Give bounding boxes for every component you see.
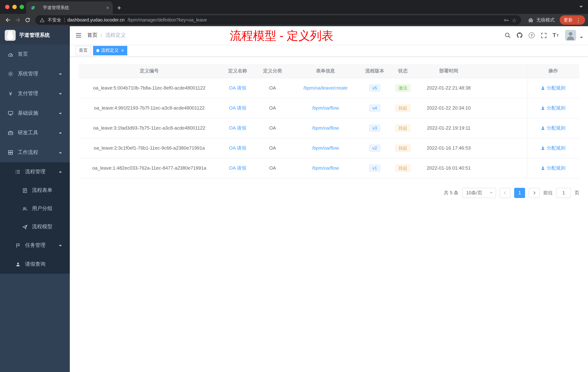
maximize-window-button[interactable] [20,5,24,9]
browser-tab[interactable]: 芋道管理系统 × [26,1,113,14]
next-page-button[interactable] [529,188,540,198]
sidebar-item-user-group[interactable]: 用户分组 [0,199,70,218]
incognito-label: 无痕模式 [536,17,555,23]
question-icon: ? [529,33,535,38]
chevron-down-icon [490,192,493,195]
sidebar-item-dev-tools[interactable]: 研发工具 [0,123,70,143]
assign-rule-link[interactable]: 分配规则 [541,165,566,171]
assign-rule-link[interactable]: 分配规则 [541,145,566,151]
help-icon[interactable]: ? [528,31,536,39]
version-badge: v2 [369,144,380,152]
definition-table: 定义编号 定义名称 定义分类 表单信息 流程版本 状态 部署时间 操作 [79,64,579,178]
sidebar-item-infrastructure[interactable]: 基础设施 [0,103,70,123]
fullscreen-icon[interactable] [540,31,548,39]
tag-active-dot [96,49,99,52]
key-icon[interactable] [504,17,509,23]
forward-icon[interactable] [13,15,22,25]
breadcrumb-home[interactable]: 首页 [87,32,97,39]
col-definition-id: 定义编号 [79,64,220,78]
breadcrumb: 首页 / 流程定义 [87,32,126,39]
back-icon[interactable] [3,15,13,25]
monitor-icon [8,110,13,116]
tag-process-definition[interactable]: 流程定义 × [93,46,127,55]
github-icon[interactable] [516,31,524,39]
assign-rule-link[interactable]: 分配规则 [541,125,566,131]
goto-label: 前往 [543,189,553,196]
definition-name-link[interactable]: OA 请假 [229,145,246,151]
version-badge: v4 [369,104,380,111]
chevron-down-icon [59,132,62,135]
sidebar-item-leave-query[interactable]: 请假查询 [0,255,70,274]
chevron-down-icon [59,93,62,96]
form-link[interactable]: /bpm/oa/flow [312,105,339,111]
page-size-select[interactable]: 10条/页 [462,188,496,198]
page-content: 定义编号 定义名称 定义分类 表单信息 流程版本 状态 部署时间 操作 [70,57,588,372]
flag-icon [15,242,21,248]
tab-favicon-icon [30,5,36,11]
sidebar: 芋道管理系统 首页 系统管理 ¥ 支付 [0,26,70,372]
close-window-button[interactable] [5,5,10,9]
form-link[interactable]: /bpm/oa/flow [312,165,339,171]
sidebar-item-label: 用户分组 [32,205,52,212]
cell-definition-id: oa_leave:2:3c1f0ef1-76b1-11ec-9c66-a2380… [79,138,220,158]
prev-page-button[interactable] [500,188,511,198]
url-divider [64,17,64,22]
sidebar-item-label: 支付管理 [18,90,38,97]
sidebar-item-home[interactable]: 首页 [0,44,70,64]
status-badge: 挂起 [395,104,410,111]
update-label: 更新 [564,17,573,23]
sidebar-collapse-icon[interactable] [70,32,87,39]
form-link[interactable]: /bpm/oa/flow [312,125,339,131]
definition-name-link[interactable]: OA 请假 [229,105,246,110]
app-title: 芋道管理系统 [19,32,50,39]
cell-category: OA [255,98,290,118]
col-status: 状态 [388,64,418,78]
address-bar[interactable]: 不安全 dashboard.yudao.iocoder.cn/bpm/manag… [35,15,521,25]
definition-name-link[interactable]: OA 请假 [229,125,246,131]
sidebar-item-system[interactable]: 系统管理 [0,64,70,84]
sidebar-item-label: 研发工具 [18,130,38,136]
sidebar-item-process-model[interactable]: 流程模型 [0,218,70,236]
status-badge: 挂起 [395,164,410,172]
form-link[interactable]: /bpm/oa/flow [312,145,339,151]
workflow-submenu: 流程管理 流程表单 用户分组 [0,162,70,274]
list-icon [15,169,21,175]
search-icon[interactable] [504,31,512,39]
font-size-icon[interactable]: TT [552,31,560,39]
tab-close-icon[interactable]: × [106,5,109,10]
pagination: 共 5 条 10条/页 1 前往 页 [79,188,579,198]
browser-window: 芋道管理系统 × + 不安全 dashboard.yudao.iocoder.c… [0,0,588,372]
minimize-window-button[interactable] [12,5,17,9]
cell-deploy-time: 2022-01-22 21:48:38 [418,78,480,98]
update-button[interactable]: 更新 ⋮ [560,15,585,25]
goto-page-input[interactable] [556,188,571,198]
browser-menu-icon[interactable]: ⋮ [576,17,581,23]
caret-down-icon[interactable] [580,37,583,40]
definition-name-link[interactable]: OA 请假 [229,165,246,171]
sidebar-item-workflow[interactable]: 工作流程 [0,143,70,162]
page-unit-label: 页 [575,189,579,196]
sidebar-menu: 首页 系统管理 ¥ 支付管理 [0,44,70,274]
sidebar-item-process-form[interactable]: 流程表单 [0,181,70,199]
person-icon [15,261,21,267]
col-form-info: 表单信息 [290,64,361,78]
tab-search-icon[interactable] [579,6,583,10]
reload-icon[interactable] [22,15,32,25]
sidebar-item-payment[interactable]: ¥ 支付管理 [0,84,70,103]
page-number-button[interactable]: 1 [514,188,525,198]
navbar-tools: ? TT [504,30,588,41]
new-tab-button[interactable]: + [117,4,121,11]
sidebar-item-task-management[interactable]: 任务管理 [0,236,70,255]
user-avatar[interactable] [565,30,576,41]
security-label: 不安全 [48,17,61,23]
cell-definition-id: oa_leave:4:991f2193-7b7f-11ec-a3c8-acde4… [79,98,220,118]
tag-close-icon[interactable]: × [121,48,124,53]
assign-rule-link[interactable]: 分配规则 [541,85,566,91]
sidebar-item-process-management[interactable]: 流程管理 [0,162,70,181]
definition-name-link[interactable]: OA 请假 [229,85,246,90]
assign-rule-link[interactable]: 分配规则 [541,105,566,111]
bookmark-star-icon[interactable]: ☆ [512,17,517,23]
form-link[interactable]: /bpm/oa/leave/create [304,85,348,91]
browser-toolbar: 不安全 dashboard.yudao.iocoder.cn/bpm/manag… [0,14,588,26]
tag-home[interactable]: 首页 [76,46,91,55]
